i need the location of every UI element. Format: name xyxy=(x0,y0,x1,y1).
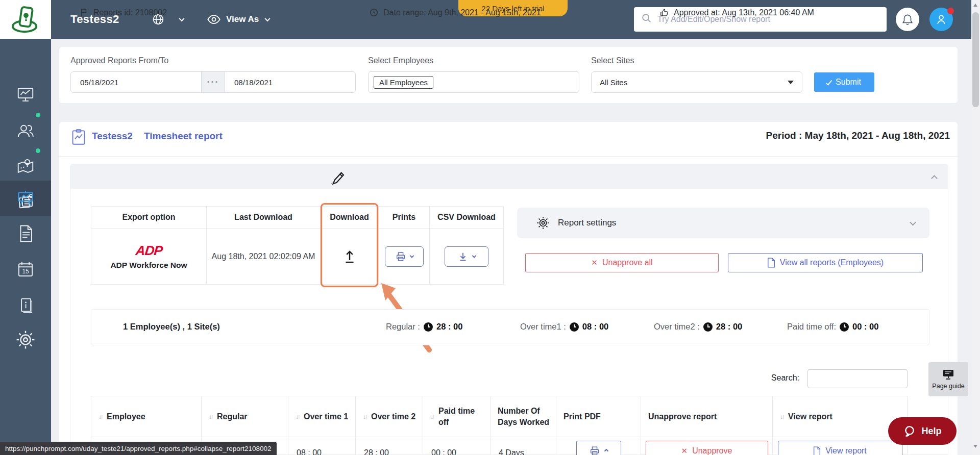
pto-total: 00 : 00 xyxy=(852,322,878,332)
upload-icon[interactable] xyxy=(342,248,357,265)
sidebar-item-documents[interactable] xyxy=(0,218,51,249)
adp-logo: ADP xyxy=(135,243,163,259)
table-search-label: Search: xyxy=(733,373,799,383)
sort-icon[interactable] xyxy=(363,412,366,421)
date-range-text: Date range: Aug 9th, 2021 - Aug 15th, 20… xyxy=(383,8,541,17)
csv-download-cell xyxy=(430,229,504,285)
flag-icon xyxy=(79,8,89,17)
sort-icon[interactable] xyxy=(209,412,212,421)
col-header-days-worked[interactable]: Number Of Days Worked xyxy=(491,396,556,437)
cell-overtime2: 28 : 00 xyxy=(356,437,423,455)
last-download-cell: Aug 18th, 2021 02:02:09 AM xyxy=(207,229,321,285)
unapprove-all-button[interactable]: Unapprove all xyxy=(525,253,719,272)
report-settings-panel[interactable]: Report settings xyxy=(517,208,929,238)
table-search-input[interactable] xyxy=(807,369,908,388)
chat-bubble-icon xyxy=(903,424,916,438)
collapse-chevron-up-icon[interactable] xyxy=(932,173,937,183)
date-to-input[interactable] xyxy=(225,72,355,92)
user-icon xyxy=(935,13,948,26)
col-header-view-report[interactable]: View report xyxy=(773,396,908,437)
sidebar-item-timesheet-analytics[interactable] xyxy=(0,183,51,214)
col-header-employee[interactable]: Employee xyxy=(91,396,202,437)
page-guide-button[interactable]: Page guide xyxy=(928,362,968,396)
download-icon xyxy=(457,250,469,263)
export-col-header: Download xyxy=(321,207,379,229)
date-from-input[interactable] xyxy=(71,72,201,92)
employees-multiselect[interactable]: All Employees xyxy=(368,71,579,93)
select-employees-label: Select Employees xyxy=(368,56,433,65)
pto-label: Paid time off: xyxy=(787,322,836,332)
print-button[interactable] xyxy=(385,246,424,267)
x-icon xyxy=(591,258,598,267)
chevron-down-icon xyxy=(472,254,476,258)
notifications-button[interactable] xyxy=(896,8,919,31)
view-as-caret-down-icon[interactable] xyxy=(265,0,270,39)
bell-icon xyxy=(901,13,914,26)
submit-button[interactable]: Submit xyxy=(814,72,874,92)
help-button[interactable]: Help xyxy=(888,417,957,445)
vertical-scrollbar[interactable] xyxy=(971,0,980,455)
col-header-regular[interactable]: Regular xyxy=(202,396,288,437)
sidebar-item-dashboard[interactable] xyxy=(0,80,51,110)
app-window: Testess2 View As 22 Days left in trial xyxy=(0,0,980,455)
row-print-button[interactable] xyxy=(576,441,621,455)
csv-download-button[interactable] xyxy=(445,246,488,267)
sites-status-dot xyxy=(36,148,40,153)
row-unapprove-button[interactable]: Unapprove xyxy=(646,441,768,455)
sidebar-item-settings[interactable] xyxy=(0,324,51,355)
employees-sites-count: 1 Employee(s) , 1 Site(s) xyxy=(123,322,220,332)
sidebar-item-employees[interactable] xyxy=(0,115,51,146)
edit-pencil-icon[interactable] xyxy=(330,168,346,189)
chevron-down-icon xyxy=(409,254,413,258)
overtime2-label: Over time2 : xyxy=(654,322,700,332)
select-sites-label: Select Sites xyxy=(591,56,634,65)
col-header-overtime1[interactable]: Over time 1 xyxy=(288,396,356,437)
employees-status-dot xyxy=(36,113,40,117)
prints-cell xyxy=(379,229,430,285)
x-icon xyxy=(681,446,688,455)
export-col-header: CSV Download xyxy=(430,207,504,229)
monitor-icon xyxy=(942,369,954,380)
row-view-report-button[interactable]: View report xyxy=(778,441,902,455)
calendar-icon: 15 xyxy=(16,260,35,279)
users-icon xyxy=(16,121,35,140)
report-company-link[interactable]: Testess2 xyxy=(92,131,133,142)
document-icon xyxy=(813,446,821,455)
report-collapse-header[interactable] xyxy=(70,164,948,189)
printer-icon xyxy=(589,445,600,455)
presentation-chart-icon xyxy=(15,188,36,209)
sort-icon[interactable] xyxy=(780,412,783,421)
gear-icon xyxy=(16,330,35,349)
divider xyxy=(59,156,958,157)
employees-chip[interactable]: All Employees xyxy=(374,76,433,89)
export-col-header: Last Download xyxy=(207,207,321,229)
brand-logo-icon xyxy=(10,4,41,35)
scrollbar-thumb[interactable] xyxy=(972,12,979,107)
sidebar-item-sites-map[interactable] xyxy=(0,151,51,182)
view-all-reports-button[interactable]: View all reports (Employees) xyxy=(728,253,923,272)
sites-dropdown[interactable]: All Sites xyxy=(591,71,802,93)
overtime2-total: 28 : 00 xyxy=(716,322,742,332)
sidebar-item-info-guide[interactable] xyxy=(0,290,51,320)
globe-caret-down-icon[interactable] xyxy=(180,0,184,39)
sidebar-item-calendar[interactable]: 15 xyxy=(0,254,51,285)
eye-icon xyxy=(207,0,221,39)
sort-icon[interactable] xyxy=(296,412,299,421)
date-range-picker[interactable] xyxy=(70,71,356,93)
chevron-down-icon[interactable] xyxy=(910,219,916,225)
cell-view-report: View report xyxy=(773,437,908,455)
sort-icon[interactable] xyxy=(99,412,102,421)
clock-icon xyxy=(840,322,849,332)
scroll-up-arrow-icon[interactable] xyxy=(973,4,977,7)
scroll-down-arrow-icon[interactable] xyxy=(973,445,977,448)
col-header-pto[interactable]: Paid time off xyxy=(423,396,491,437)
export-options-table: Export option Last Download Download Pri… xyxy=(91,206,503,285)
view-as-menu[interactable]: View As xyxy=(226,0,259,39)
export-col-header: Prints xyxy=(379,207,430,229)
sort-icon[interactable] xyxy=(430,412,434,421)
map-pin-icon xyxy=(16,157,35,176)
download-cell[interactable] xyxy=(321,229,379,285)
col-header-overtime2[interactable]: Over time 2 xyxy=(356,396,423,437)
printer-icon xyxy=(395,251,406,262)
app-logo[interactable] xyxy=(0,0,51,39)
